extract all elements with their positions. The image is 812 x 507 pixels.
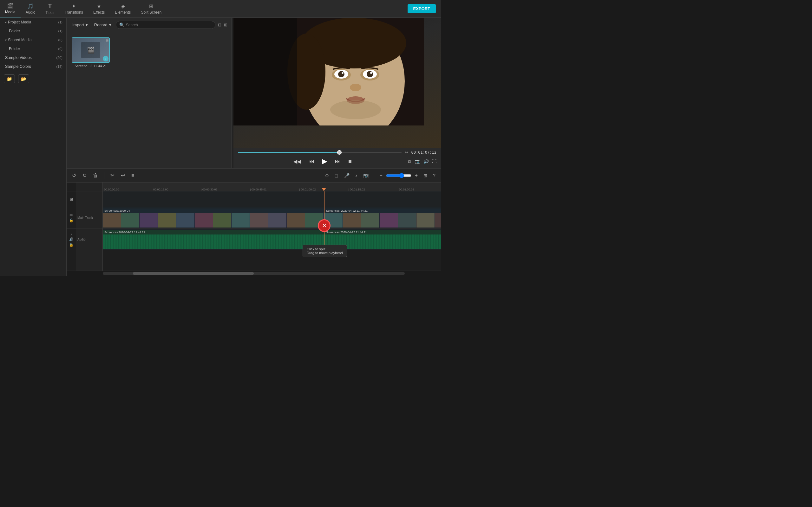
timeline-labels: ⊞ 👁 🔒 ♪ 🔊 🔒 bbox=[67, 182, 103, 271]
search-box[interactable]: 🔍 bbox=[116, 21, 215, 29]
track-rows: Screencast 2020-04 bbox=[103, 191, 441, 250]
audio-track-row: Screencast2020-04-22 11.44.21 ✕ Click to… bbox=[103, 229, 441, 250]
grid-view-icon[interactable]: ⊞ bbox=[224, 22, 227, 27]
video-track-row: Screencast 2020-04 bbox=[103, 207, 441, 229]
track-label-empty bbox=[76, 191, 102, 207]
check-badge: ✓ bbox=[103, 56, 108, 61]
control-row: ◀◀ ⏮ ▶ ⏭ ■ 🖥 📷 🔊 ⛶ bbox=[238, 157, 437, 166]
elements-icon: ◈ bbox=[121, 3, 125, 9]
search-input[interactable] bbox=[126, 23, 212, 27]
media-toolbar: Import ▾ Record ▾ 🔍 ⊟ ⊞ bbox=[67, 18, 231, 32]
timeline-tracks-area[interactable]: 00:00:00:00 00:00:15:00 00:00:30:01 00:0… bbox=[103, 182, 441, 271]
nav-titles[interactable]: T Titles bbox=[40, 0, 59, 17]
rewind-button[interactable]: ◀◀ bbox=[292, 158, 302, 165]
scrollbar-thumb[interactable] bbox=[133, 272, 254, 275]
import-chevron-icon: ▾ bbox=[86, 22, 88, 27]
nav-effects[interactable]: ★ Effects bbox=[88, 0, 110, 17]
export-button[interactable]: EXPORT bbox=[408, 4, 436, 13]
redo-button[interactable]: ↻ bbox=[81, 172, 88, 179]
play-button[interactable]: ▶ bbox=[321, 157, 328, 166]
sidebar-project-media[interactable]: ▾Project Media (1) bbox=[0, 18, 66, 26]
ruler-spacer-2 bbox=[76, 182, 102, 191]
mic-button[interactable]: 🎤 bbox=[343, 172, 351, 179]
zoom-in-button[interactable]: + bbox=[413, 172, 419, 179]
split-button-indicator[interactable]: ✕ bbox=[318, 219, 331, 232]
nav-audio[interactable]: 🎵 Audio bbox=[20, 0, 41, 17]
nav-transitions[interactable]: ✦ Transitions bbox=[60, 0, 88, 17]
sidebar-shared-media[interactable]: ▾Shared Media (0) bbox=[0, 36, 66, 44]
camera2-button[interactable]: 📷 bbox=[362, 172, 370, 179]
sidebar-sample-colors[interactable]: Sample Colors (15) bbox=[0, 62, 66, 71]
filter-icon[interactable]: ⊟ bbox=[218, 22, 221, 27]
audio-clip-1-label: Screencast2020-04-22 11.44.21 bbox=[103, 230, 324, 234]
grid-button[interactable]: ⊞ bbox=[422, 172, 429, 179]
video-clip-1[interactable]: Screencast 2020-04 bbox=[103, 209, 324, 228]
media-item-1[interactable]: 🎬 ✓ ⊞ Screenc...2 11.44.21 bbox=[72, 38, 110, 163]
svg-point-13 bbox=[370, 72, 372, 74]
timeline-scrollbar[interactable] bbox=[67, 271, 441, 276]
media-item-label: Screenc...2 11.44.21 bbox=[72, 64, 110, 68]
adjust-button[interactable]: ≡ bbox=[130, 172, 136, 179]
track-icons-video: 👁 🔒 bbox=[67, 207, 76, 229]
new-folder-button[interactable]: 📂 bbox=[18, 74, 29, 83]
help-button[interactable]: ? bbox=[432, 172, 437, 179]
sidebar: ▾Project Media (1) Folder (1) ▾Shared Me… bbox=[0, 18, 67, 276]
expand-icon[interactable]: ⇔ bbox=[405, 150, 408, 155]
toolbar-separator-1 bbox=[104, 172, 104, 179]
volume-icon[interactable]: 🔊 bbox=[423, 159, 429, 164]
delete-button[interactable]: 🗑 bbox=[91, 172, 100, 179]
track-label-texts: Main Track Audio bbox=[76, 182, 102, 271]
audio-clip-1[interactable]: Screencast2020-04-22 11.44.21 bbox=[103, 230, 324, 249]
nav-split-screen[interactable]: ⊞ Split Screen bbox=[136, 0, 166, 17]
lock-audio-icon[interactable]: 🔒 bbox=[69, 243, 73, 247]
video-clip-2[interactable]: Screencast 2020-04-22 11.44.21 bbox=[324, 209, 441, 228]
nav-media[interactable]: 🎬 Media bbox=[0, 0, 20, 17]
zoom-slider[interactable] bbox=[386, 173, 411, 178]
ruler-spacer bbox=[67, 182, 76, 191]
sidebar-sample-videos[interactable]: Sample Videos (20) bbox=[0, 53, 66, 62]
open-folder-button[interactable]: 📁 bbox=[4, 74, 15, 83]
undo-button[interactable]: ↺ bbox=[70, 172, 78, 179]
preview-area: ⇔ 00:01:07:12 ◀◀ ⏮ ▶ ⏭ ■ 🖥 📷 bbox=[234, 18, 441, 168]
scrollbar-track[interactable] bbox=[103, 272, 405, 275]
lock-icon[interactable]: 🔒 bbox=[69, 218, 73, 222]
search-icon: 🔍 bbox=[119, 22, 124, 27]
progress-bar[interactable] bbox=[238, 152, 402, 153]
nav-elements[interactable]: ◈ Elements bbox=[110, 0, 136, 17]
screenshot-icon[interactable]: 📷 bbox=[415, 159, 420, 164]
split-button[interactable]: ✂ bbox=[109, 172, 116, 179]
ripple-button[interactable]: ◻ bbox=[333, 172, 340, 179]
stop-button[interactable]: ■ bbox=[347, 158, 353, 165]
video-clip-2-label: Screencast 2020-04-22 11.44.21 bbox=[324, 209, 441, 213]
music-icon[interactable]: ♪ bbox=[70, 232, 72, 236]
sidebar-folder-2[interactable]: Folder (0) bbox=[0, 44, 66, 53]
record-chevron-icon: ▾ bbox=[109, 22, 111, 27]
audio-waveform-1 bbox=[103, 234, 324, 249]
audio-button[interactable]: ♪ bbox=[354, 172, 359, 179]
record-button[interactable]: Record ▾ bbox=[92, 21, 113, 29]
media-filter-icons: ⊟ ⊞ bbox=[218, 22, 227, 27]
track-icons-audio: ♪ 🔊 🔒 bbox=[67, 229, 76, 250]
frame-forward-button[interactable]: ⏭ bbox=[334, 158, 342, 165]
eye-icon[interactable]: 👁 bbox=[69, 213, 73, 217]
svg-point-11 bbox=[367, 71, 373, 77]
import-button[interactable]: Import ▾ bbox=[70, 21, 90, 29]
fullscreen-icon[interactable]: ⛶ bbox=[432, 159, 437, 164]
zoom-out-button[interactable]: − bbox=[378, 172, 384, 179]
progress-handle[interactable] bbox=[337, 150, 342, 155]
volume-track-icon[interactable]: 🔊 bbox=[69, 237, 73, 241]
preview-video bbox=[234, 18, 441, 148]
media-panel: Import ▾ Record ▾ 🔍 ⊟ ⊞ bbox=[67, 18, 232, 168]
filmstrip-1 bbox=[103, 213, 324, 228]
snap-button[interactable]: ⊙ bbox=[323, 172, 331, 179]
timeline-ruler: 00:00:00:00 00:00:15:00 00:00:30:01 00:0… bbox=[103, 182, 441, 191]
monitor-icon[interactable]: 🖥 bbox=[407, 159, 412, 164]
frame-back-button[interactable]: ⏮ bbox=[307, 158, 316, 165]
progress-row: ⇔ 00:01:07:12 bbox=[238, 150, 437, 155]
playhead-ruler-marker bbox=[322, 188, 326, 191]
crop-button[interactable]: ↩ bbox=[119, 172, 126, 179]
audio-clip-2-label: Screencast2020-04-22 11.44.21 bbox=[324, 230, 441, 234]
preview-controls: ⇔ 00:01:07:12 ◀◀ ⏮ ▶ ⏭ ■ 🖥 📷 bbox=[234, 148, 441, 168]
track-icon-empty: ⊞ bbox=[67, 191, 76, 207]
sidebar-folder-1[interactable]: Folder (1) bbox=[0, 26, 66, 36]
